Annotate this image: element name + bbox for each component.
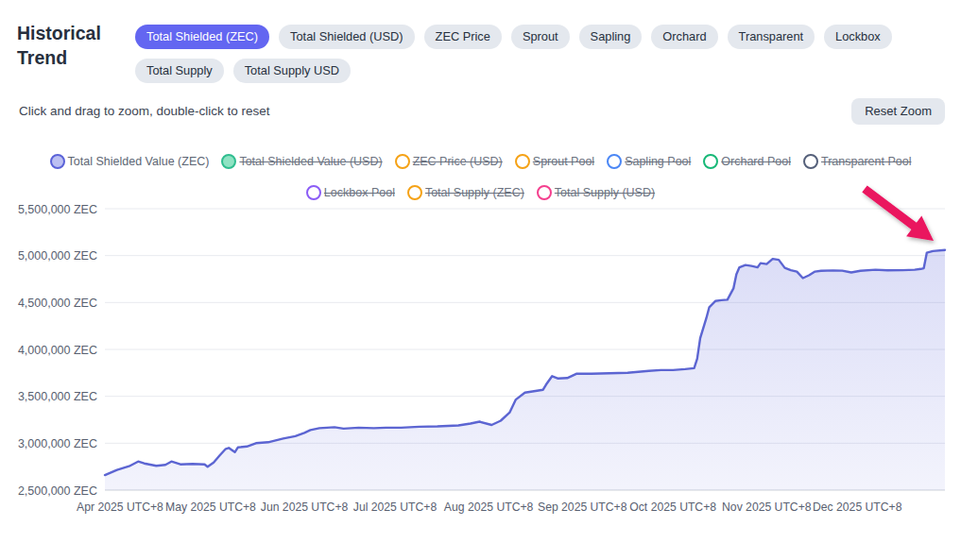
y-axis-label: 4,500,000 ZEC xyxy=(18,297,97,310)
y-axis-label: 3,000,000 ZEC xyxy=(18,437,97,450)
y-axis-label: 2,500,000 ZEC xyxy=(18,484,97,498)
y-axis-label: 4,000,000 ZEC xyxy=(18,344,97,357)
x-axis-label: Jun 2025 UTC+8 xyxy=(261,501,349,514)
area-series xyxy=(105,250,945,490)
x-axis-label: Sep 2025 UTC+8 xyxy=(538,501,627,514)
x-axis-label: Oct 2025 UTC+8 xyxy=(629,501,716,514)
x-axis-label: Aug 2025 UTC+8 xyxy=(444,501,534,514)
x-axis-label: Jul 2025 UTC+8 xyxy=(353,501,438,514)
x-axis-label: May 2025 UTC+8 xyxy=(165,501,256,514)
y-axis-label: 5,000,000 ZEC xyxy=(18,249,97,263)
y-axis-label: 3,500,000 ZEC xyxy=(18,390,97,403)
trend-chart[interactable]: 2,500,000 ZEC3,000,000 ZEC3,500,000 ZEC4… xyxy=(0,0,961,560)
x-axis-label: Dec 2025 UTC+8 xyxy=(813,501,902,514)
y-axis-label: 5,500,000 ZEC xyxy=(18,203,97,216)
annotation-arrow-icon xyxy=(862,185,934,241)
x-axis-label: Apr 2025 UTC+8 xyxy=(77,501,163,514)
x-axis-label: Nov 2025 UTC+8 xyxy=(722,501,812,514)
